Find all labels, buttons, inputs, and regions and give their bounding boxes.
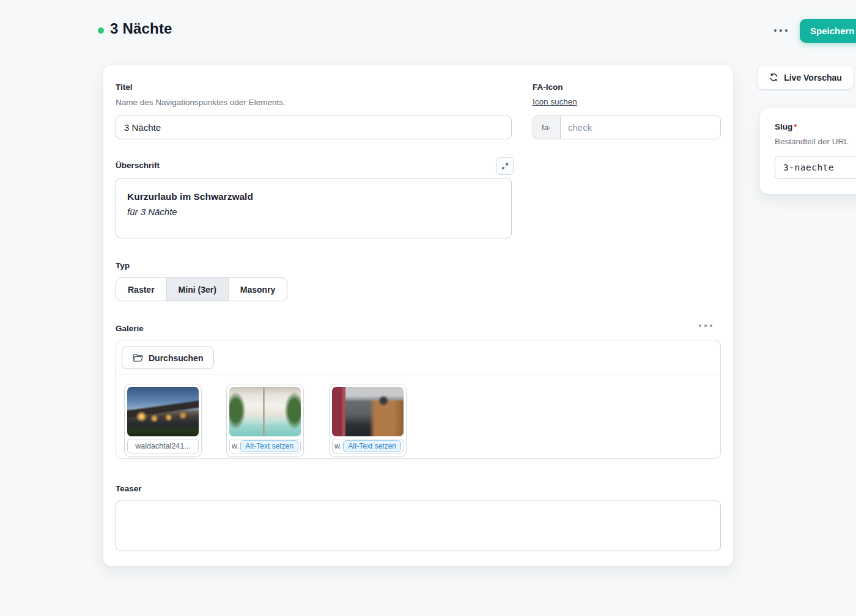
titel-description: Name des Navigationspunktes oder Element… (116, 98, 286, 107)
titel-input[interactable] (116, 116, 512, 139)
galerie-label: Galerie (116, 324, 144, 333)
folder-icon (133, 353, 143, 362)
browse-button[interactable]: Durchsuchen (122, 346, 214, 369)
gallery-item-3[interactable]: w... Alt-Text setzen (329, 384, 407, 457)
ueberschrift-subheading-text: für 3 Nächte (127, 204, 500, 219)
slug-label: Slug* (775, 122, 797, 131)
gallery-item-2-footer: w... Alt-Text setzen (229, 439, 301, 453)
icon-search-link[interactable]: Icon suchen (533, 97, 577, 106)
gallery-item-3-footer: w... Alt-Text setzen (332, 439, 404, 453)
galerie-toolbar: Durchsuchen (116, 340, 720, 375)
gallery-item-2-filename: w... (232, 442, 238, 450)
restaurant-interior-photo (332, 387, 404, 436)
typ-option-raster[interactable]: Raster (116, 278, 166, 301)
live-preview-label: Live Vorschau (784, 73, 842, 82)
typ-label: Typ (116, 261, 130, 270)
slug-card: Slug* Bestandteil der URL (759, 108, 856, 194)
titel-label: Titel (116, 82, 133, 92)
required-marker: * (794, 122, 797, 131)
gallery-item-1-footer: waldachtal241... (127, 439, 199, 453)
browse-button-label: Durchsuchen (149, 353, 203, 363)
fa-icon-label: FA-Icon (533, 82, 563, 92)
ueberschrift-richtext-editor[interactable]: Kurzurlaub im Schwarzwald für 3 Nächte (116, 178, 512, 238)
gallery-item-1-filename: waldachtal241... (135, 442, 190, 450)
typ-option-mini-3er[interactable]: Mini (3er) (166, 278, 228, 301)
save-button-label: Speichern & (810, 26, 856, 36)
hotel-exterior-dusk-photo (127, 387, 199, 436)
set-alt-text-button[interactable]: Alt-Text setzen (240, 440, 298, 452)
set-alt-text-button[interactable]: Alt-Text setzen (343, 440, 401, 452)
slug-label-text: Slug (775, 122, 792, 131)
slug-description: Bestandteil der URL (775, 137, 849, 146)
indoor-pool-photo (229, 387, 301, 436)
galerie-overflow-menu-icon[interactable] (696, 320, 715, 331)
gallery-item-3-filename: w... (334, 442, 341, 450)
fa-icon-input-group: fa- (533, 116, 721, 139)
expand-editor-button[interactable] (496, 157, 514, 175)
page-title: 3 Nächte (110, 20, 172, 37)
expand-icon (501, 163, 509, 170)
typ-option-masonry[interactable]: Masonry (228, 278, 287, 301)
fa-icon-prefix: fa- (533, 116, 561, 139)
content-form-card: Titel Name des Navigationspunktes oder E… (103, 64, 734, 566)
galerie-dropzone: Durchsuchen waldachtal241... w... Alt-Te… (116, 340, 721, 459)
status-dot (98, 28, 104, 34)
typ-segmented-control: Raster Mini (3er) Masonry (116, 277, 287, 301)
gallery-item-1[interactable]: waldachtal241... (124, 384, 202, 457)
teaser-textarea[interactable] (116, 501, 721, 551)
live-preview-button[interactable]: Live Vorschau (757, 65, 854, 90)
refresh-icon (769, 73, 778, 82)
ueberschrift-label: Überschrift (116, 161, 160, 170)
slug-input[interactable] (775, 156, 856, 179)
fa-icon-input[interactable] (561, 116, 720, 139)
header-overflow-menu-icon[interactable] (772, 24, 792, 37)
gallery-item-2[interactable]: w... Alt-Text setzen (226, 384, 304, 457)
ueberschrift-heading-text: Kurzurlaub im Schwarzwald (127, 189, 500, 204)
save-button[interactable]: Speichern & (800, 19, 856, 43)
teaser-label: Teaser (116, 484, 142, 493)
